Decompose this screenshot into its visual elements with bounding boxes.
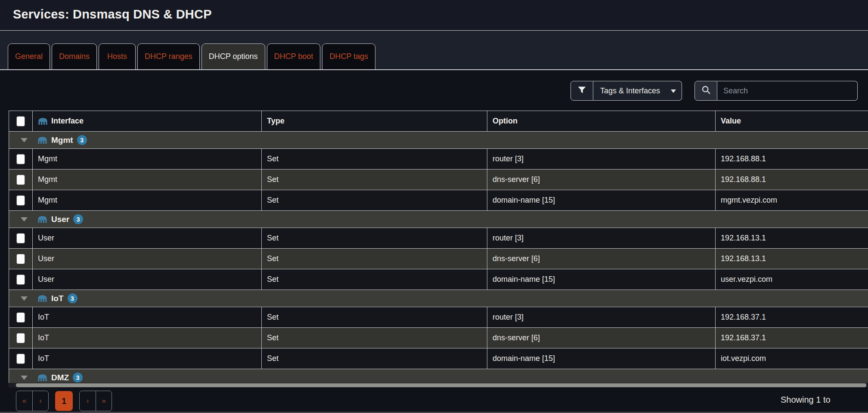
table-row[interactable]: User Set dns-server [6] 192.168.13.1: [9, 249, 868, 269]
row-checkbox[interactable]: [16, 195, 25, 206]
cell-value: user.vezpi.com: [716, 269, 868, 290]
ethernet-icon: [37, 136, 47, 144]
cell-option: domain-name [15]: [487, 190, 716, 210]
row-checkbox[interactable]: [16, 333, 25, 343]
tab-dhcp-options[interactable]: DHCP options: [202, 43, 265, 69]
column-header-value[interactable]: Value: [716, 111, 868, 131]
cell-value: 192.168.13.1: [716, 249, 868, 269]
checkbox-cell: [9, 269, 33, 290]
filter-dropdown-label: Tags & Interfaces: [600, 86, 660, 96]
cell-value: 192.168.37.1: [716, 307, 868, 327]
search-button[interactable]: [694, 81, 717, 101]
cell-option: domain-name [15]: [487, 348, 716, 369]
group-count-badge: 3: [77, 135, 87, 145]
column-header-label: Option: [493, 117, 518, 126]
cell-type: Set: [262, 348, 487, 369]
row-checkbox[interactable]: [16, 274, 25, 285]
page-1-button[interactable]: 1: [55, 391, 73, 411]
table-header-row: Interface Type Option Value: [9, 111, 868, 132]
table-row[interactable]: IoT Set router [3] 192.168.37.1: [9, 307, 868, 328]
cell-interface: Mgmt: [33, 190, 262, 210]
row-checkbox[interactable]: [16, 233, 25, 243]
pagination: «‹1›»: [16, 391, 112, 411]
checkbox-cell: [9, 149, 33, 169]
cell-type: Set: [262, 249, 487, 269]
page-next-button[interactable]: ›: [80, 391, 96, 411]
tab-general[interactable]: General: [8, 43, 50, 69]
row-checkbox[interactable]: [16, 312, 25, 323]
table-row[interactable]: User Set domain-name [15] user.vezpi.com: [9, 269, 868, 290]
column-header-label: Interface: [51, 117, 84, 126]
table-row[interactable]: IoT Set dns-server [6] 192.168.37.1: [9, 328, 868, 348]
tab-bar: GeneralDomainsHostsDHCP rangesDHCP optio…: [0, 32, 868, 70]
cell-option: dns-server [6]: [487, 170, 716, 190]
cell-type: Set: [262, 307, 487, 327]
collapse-arrow-icon[interactable]: [21, 376, 28, 380]
checkbox-cell: [9, 328, 33, 348]
column-header-interface[interactable]: Interface: [33, 111, 262, 131]
search-input[interactable]: [717, 81, 858, 101]
filter-button[interactable]: [570, 81, 593, 101]
collapse-arrow-icon[interactable]: [21, 296, 28, 301]
row-checkbox[interactable]: [16, 354, 25, 364]
cell-option: dns-server [6]: [487, 328, 716, 348]
table-row[interactable]: IoT Set domain-name [15] iot.vezpi.com: [9, 348, 868, 369]
cell-interface: IoT: [33, 348, 262, 369]
group-name: Mgmt: [51, 136, 73, 145]
page-last-button[interactable]: »: [96, 391, 112, 411]
tab-hosts[interactable]: Hosts: [99, 43, 136, 69]
cell-value: 192.168.13.1: [716, 228, 868, 248]
column-header-option[interactable]: Option: [487, 111, 716, 131]
tab-domains[interactable]: Domains: [52, 43, 97, 69]
checkbox-cell: [9, 190, 33, 210]
cell-type: Set: [262, 269, 487, 290]
collapse-arrow-icon[interactable]: [21, 217, 28, 222]
page-prev-button[interactable]: ‹: [32, 391, 48, 411]
horizontal-scrollbar[interactable]: [9, 383, 868, 388]
group-name: IoT: [51, 294, 64, 303]
cell-interface: User: [33, 249, 262, 269]
cell-type: Set: [262, 328, 487, 348]
page-first-button[interactable]: «: [16, 391, 32, 411]
select-all-checkbox[interactable]: [16, 116, 25, 126]
group-name: DMZ: [51, 373, 69, 382]
cell-option: router [3]: [487, 149, 716, 169]
cell-interface: IoT: [33, 328, 262, 348]
select-all-cell: [9, 111, 33, 131]
group-row-user[interactable]: User 3: [9, 211, 868, 228]
cell-option: domain-name [15]: [487, 269, 716, 290]
checkbox-cell: [9, 228, 33, 248]
tab-dhcp-tags[interactable]: DHCP tags: [322, 43, 375, 69]
column-header-label: Type: [267, 117, 285, 126]
group-row-iot[interactable]: IoT 3: [9, 290, 868, 307]
cell-value: mgmt.vezpi.com: [716, 190, 868, 210]
table-row[interactable]: Mgmt Set dns-server [6] 192.168.88.1: [9, 170, 868, 190]
row-checkbox[interactable]: [16, 175, 25, 185]
collapse-arrow-icon[interactable]: [21, 138, 28, 142]
filter-dropdown[interactable]: Tags & Interfaces: [593, 81, 682, 101]
group-name: User: [51, 215, 69, 224]
column-header-type[interactable]: Type: [262, 111, 487, 131]
cell-value: 192.168.88.1: [716, 170, 868, 190]
checkbox-cell: [9, 249, 33, 269]
group-row-mgmt[interactable]: Mgmt 3: [9, 132, 868, 149]
ethernet-icon: [37, 295, 47, 302]
row-checkbox[interactable]: [16, 154, 25, 164]
cell-type: Set: [262, 149, 487, 169]
scrollbar-thumb[interactable]: [16, 383, 866, 387]
tab-dhcp-boot[interactable]: DHCP boot: [267, 43, 321, 69]
search-icon: [701, 85, 711, 96]
search-group: [694, 81, 858, 101]
table-row[interactable]: User Set router [3] 192.168.13.1: [9, 228, 868, 249]
table-row[interactable]: Mgmt Set router [3] 192.168.88.1: [9, 149, 868, 170]
row-checkbox[interactable]: [16, 254, 25, 264]
tab-dhcp-ranges[interactable]: DHCP ranges: [137, 43, 200, 69]
cell-type: Set: [262, 170, 487, 190]
cell-value: iot.vezpi.com: [716, 348, 868, 369]
table-row[interactable]: Mgmt Set domain-name [15] mgmt.vezpi.com: [9, 190, 868, 211]
column-header-label: Value: [721, 117, 741, 126]
dhcp-options-table: Interface Type Option Value Mgmt 3 Mgmt …: [9, 111, 868, 388]
ethernet-icon: [38, 117, 48, 125]
cell-interface: Mgmt: [33, 170, 262, 190]
ethernet-icon: [37, 216, 47, 223]
